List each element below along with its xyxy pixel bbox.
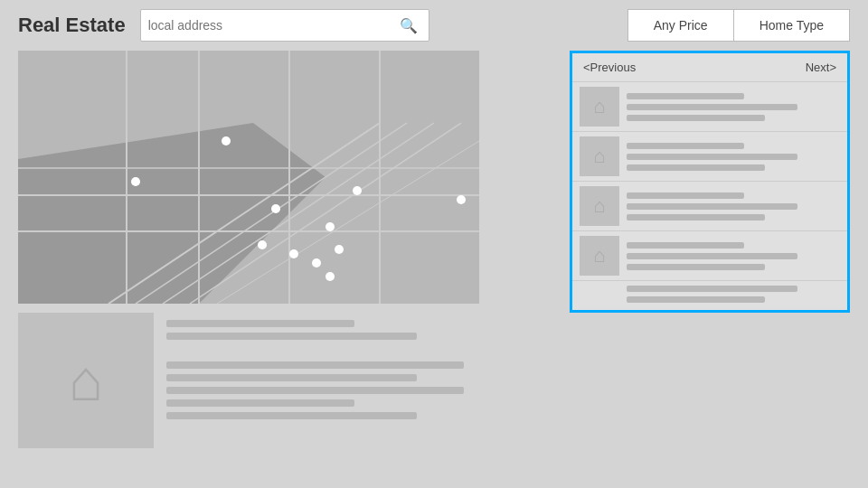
detail-image: ⌂	[18, 313, 154, 448]
detail-line-1	[166, 320, 354, 327]
search-bar: 🔍	[140, 9, 429, 42]
detail-text	[166, 313, 479, 448]
listing-item[interactable]: ⌂	[572, 230, 847, 280]
detail-panel: ⌂	[18, 313, 479, 448]
map-svg	[18, 51, 479, 304]
app-title: Real Estate	[18, 14, 126, 37]
detail-line-3	[166, 361, 464, 369]
detail-line-7	[166, 412, 417, 419]
listing-lines-4	[627, 242, 840, 270]
listing-line-3b	[627, 203, 797, 210]
listing-home-icon-4: ⌂	[593, 244, 605, 267]
detail-line-2	[166, 333, 417, 340]
listing-line-4b	[627, 253, 797, 259]
listing-lines-1	[627, 93, 840, 121]
detail-home-icon: ⌂	[69, 347, 104, 414]
svg-point-14	[222, 136, 231, 145]
svg-point-21	[312, 258, 321, 267]
svg-point-19	[258, 240, 267, 249]
listing-line-2c	[627, 164, 765, 171]
filter-buttons: Any Price Home Type	[627, 9, 850, 42]
listing-thumb-2: ⌂	[580, 136, 619, 176]
next-button[interactable]: Next>	[806, 61, 836, 74]
svg-point-20	[289, 249, 298, 258]
main-content: ⌂ <Previous Next> ⌂	[0, 51, 868, 488]
listings-nav: <Previous Next>	[572, 53, 847, 81]
search-button[interactable]: 🔍	[396, 15, 421, 36]
svg-point-23	[335, 245, 344, 254]
listing-line-4a	[627, 242, 744, 249]
svg-point-18	[457, 195, 466, 204]
svg-point-24	[326, 222, 335, 231]
listing-line-4c	[627, 264, 765, 270]
price-filter-button[interactable]: Any Price	[627, 9, 733, 42]
listing-line-5a	[627, 286, 797, 292]
listings-panel: <Previous Next> ⌂ ⌂	[570, 51, 850, 313]
listing-home-icon-2: ⌂	[593, 145, 605, 168]
listing-item[interactable]: ⌂	[572, 131, 847, 181]
listing-line-3c	[627, 214, 765, 221]
svg-point-17	[271, 204, 280, 213]
detail-line-5	[166, 387, 464, 394]
listing-item-partial[interactable]	[572, 280, 847, 307]
search-input[interactable]	[148, 18, 396, 33]
home-type-filter-button[interactable]: Home Type	[733, 9, 850, 42]
listing-thumb-3: ⌂	[580, 186, 619, 226]
listing-line-1c	[627, 115, 765, 121]
svg-point-15	[131, 177, 140, 186]
left-column: ⌂	[18, 51, 555, 479]
listing-lines-2	[627, 143, 840, 171]
listing-line-5b	[627, 296, 765, 303]
search-icon: 🔍	[400, 18, 418, 33]
listing-thumb-1: ⌂	[580, 87, 619, 127]
listing-line-3a	[627, 192, 744, 199]
listing-line-2b	[627, 154, 797, 160]
prev-button[interactable]: <Previous	[583, 61, 636, 74]
listing-line-1a	[627, 93, 744, 99]
listing-lines-3	[627, 192, 840, 221]
listing-item[interactable]: ⌂	[572, 81, 847, 131]
listing-item[interactable]: ⌂	[572, 181, 847, 230]
svg-point-16	[353, 186, 362, 195]
detail-line-6	[166, 399, 354, 407]
listing-line-2a	[627, 143, 744, 149]
listing-line-1b	[627, 104, 797, 110]
listing-thumb-4: ⌂	[580, 236, 619, 276]
listing-home-icon-1: ⌂	[593, 95, 605, 118]
listing-home-icon-3: ⌂	[593, 194, 605, 218]
detail-line-4	[166, 374, 417, 381]
header: Real Estate 🔍 Any Price Home Type	[0, 0, 868, 51]
svg-point-22	[326, 272, 335, 281]
map[interactable]	[18, 51, 479, 304]
